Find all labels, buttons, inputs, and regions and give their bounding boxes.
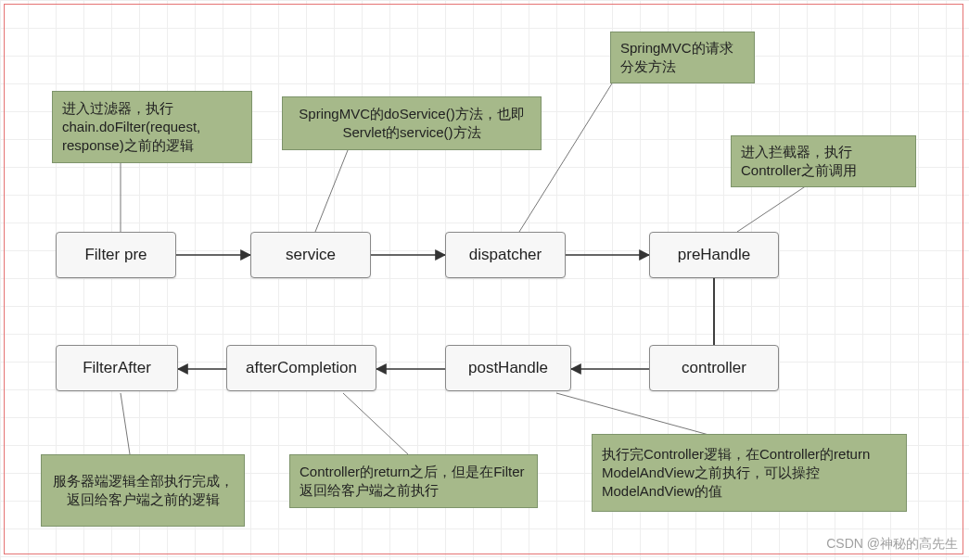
node-posthandle: postHandle: [445, 345, 571, 391]
node-label: FilterAfter: [83, 359, 151, 377]
note-text: Controller的return之后，但是在Filter返回给客户端之前执行: [300, 463, 528, 501]
note-filterafter: 服务器端逻辑全部执行完成，返回给客户端之前的逻辑: [41, 454, 245, 527]
node-dispatcher: dispatcher: [445, 232, 566, 278]
node-label: afterCompletion: [246, 359, 357, 377]
note-posthandle: 执行完Controller逻辑，在Controller的return Model…: [592, 434, 907, 512]
node-label: Filter pre: [84, 246, 147, 264]
node-service: service: [250, 232, 371, 278]
node-label: dispatcher: [469, 246, 542, 264]
watermark: CSDN @神秘的高先生: [826, 536, 958, 553]
node-label: controller: [682, 359, 746, 377]
note-text: SpringMVC的请求分发方法: [620, 39, 745, 77]
note-filter-pre: 进入过滤器，执行chain.doFilter(request, response…: [52, 91, 252, 163]
node-filterafter: FilterAfter: [56, 345, 178, 391]
note-text: 服务器端逻辑全部执行完成，返回给客户端之前的逻辑: [51, 472, 235, 510]
note-service: SpringMVC的doService()方法，也即Servlet的servic…: [282, 96, 542, 150]
note-text: 进入过滤器，执行chain.doFilter(request, response…: [62, 99, 242, 156]
note-text: 执行完Controller逻辑，在Controller的return Model…: [602, 445, 897, 502]
note-text: SpringMVC的doService()方法，也即Servlet的servic…: [292, 105, 531, 143]
note-aftercompletion: Controller的return之后，但是在Filter返回给客户端之前执行: [289, 454, 538, 508]
node-filter-pre: Filter pre: [56, 232, 176, 278]
watermark-text: CSDN @神秘的高先生: [826, 536, 958, 551]
node-prehandle: preHandle: [649, 232, 779, 278]
note-prehandle: 进入拦截器，执行Controller之前调用: [731, 135, 916, 187]
node-label: postHandle: [468, 359, 548, 377]
note-dispatcher: SpringMVC的请求分发方法: [610, 32, 755, 83]
note-text: 进入拦截器，执行Controller之前调用: [741, 143, 906, 181]
node-aftercompletion: afterCompletion: [226, 345, 376, 391]
node-label: service: [286, 246, 336, 264]
node-controller: controller: [649, 345, 779, 391]
node-label: preHandle: [678, 246, 750, 264]
